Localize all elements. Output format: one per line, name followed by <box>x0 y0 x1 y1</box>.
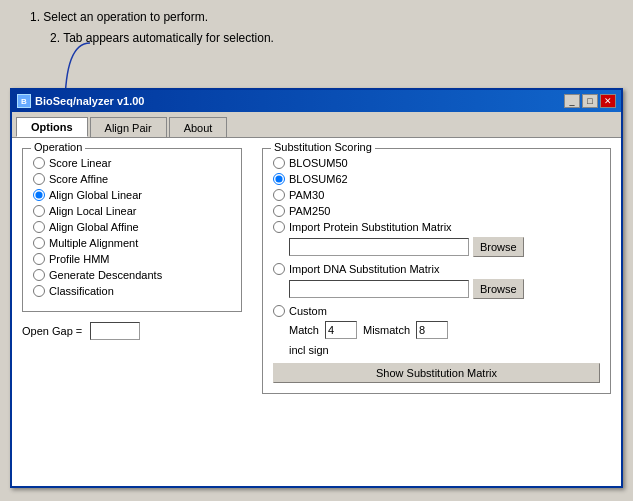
radio-align-local-linear: Align Local Linear <box>33 205 231 217</box>
match-label: Match <box>289 324 319 336</box>
import-protein-row: Import Protein Substitution Matrix Brows… <box>273 221 600 257</box>
operation-group: Operation Score Linear Score Affine Alig… <box>22 148 242 312</box>
open-gap-label: Open Gap = <box>22 325 82 337</box>
radio-blosum50: BLOSUM50 <box>273 157 600 169</box>
radio-pam250-label[interactable]: PAM250 <box>289 205 330 217</box>
radio-blosum62: BLOSUM62 <box>273 173 600 185</box>
radio-multiple-alignment-input[interactable] <box>33 237 45 249</box>
radio-import-protein-input[interactable] <box>273 221 285 233</box>
radio-align-local-linear-input[interactable] <box>33 205 45 217</box>
radio-custom-label[interactable]: Custom <box>289 305 327 317</box>
main-layout: Operation Score Linear Score Affine Alig… <box>22 148 611 476</box>
open-gap-row: Open Gap = <box>22 322 242 340</box>
show-substitution-matrix-button[interactable]: Show Substitution Matrix <box>273 363 600 383</box>
radio-blosum50-label[interactable]: BLOSUM50 <box>289 157 348 169</box>
window-title: BioSeq/nalyzer v1.00 <box>35 95 144 107</box>
radio-pam250-input[interactable] <box>273 205 285 217</box>
mismatch-label: Mismatch <box>363 324 410 336</box>
import-protein-input[interactable] <box>289 238 469 256</box>
radio-score-affine-label[interactable]: Score Affine <box>49 173 108 185</box>
radio-pam30: PAM30 <box>273 189 600 201</box>
radio-align-local-linear-label[interactable]: Align Local Linear <box>49 205 136 217</box>
main-window: B BioSeq/nalyzer v1.00 _ □ ✕ Options Ali… <box>10 88 623 488</box>
import-dna-row: Import DNA Substitution Matrix Browse <box>273 263 600 299</box>
radio-classification-input[interactable] <box>33 285 45 297</box>
radio-align-global-affine-input[interactable] <box>33 221 45 233</box>
maximize-button[interactable]: □ <box>582 94 598 108</box>
app-icon: B <box>17 94 31 108</box>
radio-align-global-linear: Align Global Linear <box>33 189 231 201</box>
browse-dna-button[interactable]: Browse <box>473 279 524 299</box>
radio-blosum50-input[interactable] <box>273 157 285 169</box>
radio-classification-label[interactable]: Classification <box>49 285 114 297</box>
title-bar: B BioSeq/nalyzer v1.00 _ □ ✕ <box>12 90 621 112</box>
tab-options[interactable]: Options <box>16 117 88 137</box>
radio-pam30-input[interactable] <box>273 189 285 201</box>
radio-align-global-affine-label[interactable]: Align Global Affine <box>49 221 139 233</box>
radio-multiple-alignment: Multiple Alignment <box>33 237 231 249</box>
radio-align-global-linear-input[interactable] <box>33 189 45 201</box>
radio-import-dna-input[interactable] <box>273 263 285 275</box>
radio-multiple-alignment-label[interactable]: Multiple Alignment <box>49 237 138 249</box>
substitution-group: Substitution Scoring BLOSUM50 BLOSUM62 P… <box>262 148 611 394</box>
tab-align-pair[interactable]: Align Pair <box>90 117 167 137</box>
left-panel: Operation Score Linear Score Affine Alig… <box>22 148 242 476</box>
substitution-group-title: Substitution Scoring <box>271 141 375 153</box>
radio-profile-hmm-label[interactable]: Profile HMM <box>49 253 110 265</box>
radio-profile-hmm: Profile HMM <box>33 253 231 265</box>
radio-blosum62-label[interactable]: BLOSUM62 <box>289 173 348 185</box>
match-input[interactable] <box>325 321 357 339</box>
radio-generate-descendants-input[interactable] <box>33 269 45 281</box>
open-gap-input[interactable] <box>90 322 140 340</box>
radio-custom-input[interactable] <box>273 305 285 317</box>
radio-pam30-label[interactable]: PAM30 <box>289 189 324 201</box>
radio-score-affine-input[interactable] <box>33 173 45 185</box>
custom-params-row: Match Mismatch <box>289 321 600 339</box>
tab-about[interactable]: About <box>169 117 228 137</box>
browse-protein-button[interactable]: Browse <box>473 237 524 257</box>
radio-generate-descendants: Generate Descendants <box>33 269 231 281</box>
radio-profile-hmm-input[interactable] <box>33 253 45 265</box>
radio-generate-descendants-label[interactable]: Generate Descendants <box>49 269 162 281</box>
incl-sign-label: incl sign <box>289 344 329 356</box>
right-panel: Substitution Scoring BLOSUM50 BLOSUM62 P… <box>262 148 611 476</box>
step1-text: 1. Select an operation to perform. <box>30 8 274 27</box>
radio-import-dna-label[interactable]: Import DNA Substitution Matrix <box>289 263 439 275</box>
radio-classification: Classification <box>33 285 231 297</box>
window-controls: _ □ ✕ <box>564 94 616 108</box>
import-dna-input-row: Browse <box>289 279 600 299</box>
close-button[interactable]: ✕ <box>600 94 616 108</box>
radio-score-linear: Score Linear <box>33 157 231 169</box>
radio-blosum62-input[interactable] <box>273 173 285 185</box>
radio-import-dna: Import DNA Substitution Matrix <box>273 263 600 275</box>
content-area: Operation Score Linear Score Affine Alig… <box>12 138 621 486</box>
mismatch-input[interactable] <box>416 321 448 339</box>
radio-align-global-linear-label[interactable]: Align Global Linear <box>49 189 142 201</box>
radio-custom: Custom <box>273 305 600 317</box>
radio-import-protein: Import Protein Substitution Matrix <box>273 221 600 233</box>
import-protein-input-row: Browse <box>289 237 600 257</box>
radio-pam250: PAM250 <box>273 205 600 217</box>
radio-score-linear-label[interactable]: Score Linear <box>49 157 111 169</box>
minimize-button[interactable]: _ <box>564 94 580 108</box>
radio-align-global-affine: Align Global Affine <box>33 221 231 233</box>
title-bar-left: B BioSeq/nalyzer v1.00 <box>17 94 144 108</box>
radio-score-affine: Score Affine <box>33 173 231 185</box>
radio-score-linear-input[interactable] <box>33 157 45 169</box>
operation-group-title: Operation <box>31 141 85 153</box>
tab-bar: Options Align Pair About <box>12 112 621 138</box>
radio-import-protein-label[interactable]: Import Protein Substitution Matrix <box>289 221 452 233</box>
import-dna-input[interactable] <box>289 280 469 298</box>
